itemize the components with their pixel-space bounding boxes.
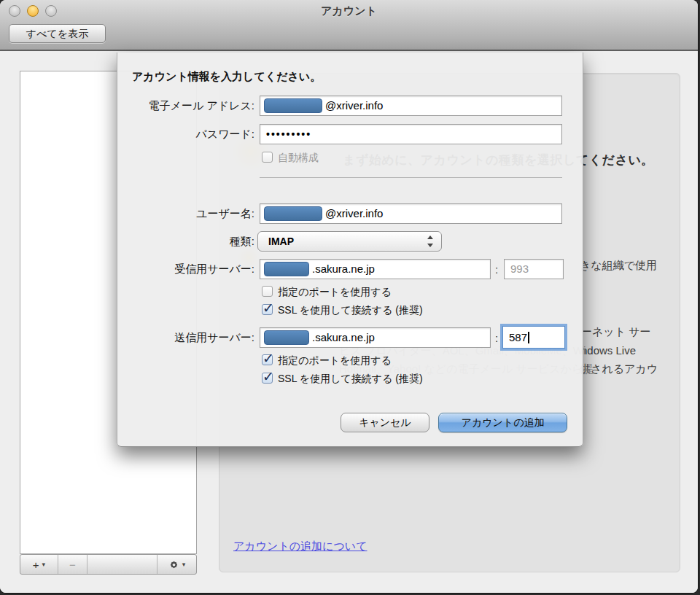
- add-account-button[interactable]: + ▾: [20, 555, 58, 574]
- outgoing-use-port-checkbox[interactable]: ✓: [262, 354, 273, 365]
- outgoing-ssl-checkbox[interactable]: ✓: [262, 373, 273, 384]
- outgoing-port-field[interactable]: 587: [502, 326, 565, 349]
- redacted-value: [264, 262, 309, 276]
- auto-configure-label: 自動構成: [278, 152, 319, 164]
- email-description-fragment: ndows Live: [581, 344, 636, 357]
- outgoing-port-value: 587: [509, 327, 529, 348]
- email-field[interactable]: @xriver.info: [260, 96, 562, 116]
- sheet-title: アカウント情報を入力してください。: [132, 70, 321, 84]
- incoming-server-field[interactable]: .sakura.ne.jp: [260, 259, 491, 279]
- auto-configure-checkbox[interactable]: [262, 152, 273, 163]
- password-label: パスワード:: [117, 124, 254, 144]
- account-info-sheet: アカウント情報を入力してください。 電子メール アドレス: @xriver.in…: [117, 52, 583, 447]
- port-colon: :: [495, 332, 498, 344]
- incoming-port-field[interactable]: 993: [504, 259, 564, 279]
- accounts-content: + ▾ − ▾ まず始めに、アカウントの種類を選択してくださ: [0, 52, 698, 593]
- cancel-button[interactable]: キャンセル: [341, 413, 429, 432]
- email-label: 電子メール アドレス:: [117, 96, 254, 116]
- stepper-icon: [427, 235, 434, 248]
- window-header: アカウント すべてを表示: [0, 0, 698, 51]
- exchange-description-fragment: きな組織で使用: [580, 259, 657, 273]
- incoming-port-value: 993: [510, 260, 529, 279]
- incoming-server-label: 受信用サーバー:: [117, 259, 254, 279]
- minus-icon: −: [69, 559, 76, 571]
- plus-icon: +: [33, 559, 39, 571]
- password-value: •••••••••: [266, 125, 311, 144]
- check-icon: ✓: [262, 368, 274, 385]
- about-adding-accounts-link[interactable]: アカウントの追加について: [233, 540, 368, 553]
- incoming-ssl-checkbox[interactable]: ✓: [262, 304, 273, 315]
- outgoing-server-value: .sakura.ne.jp: [312, 328, 375, 347]
- account-type-popup[interactable]: IMAP: [257, 231, 442, 252]
- incoming-server-value: .sakura.ne.jp: [312, 260, 375, 279]
- type-label: 種類:: [117, 231, 254, 252]
- username-field[interactable]: @xriver.info: [260, 203, 562, 224]
- accounts-window: アカウント すべてを表示 + ▾ − ▾: [0, 0, 698, 593]
- outgoing-server-label: 送信用サーバー:: [117, 327, 254, 348]
- check-icon: ✓: [262, 350, 274, 367]
- chevron-down-icon: ▾: [182, 561, 186, 568]
- toolbar-spacer: [88, 555, 157, 574]
- incoming-ssl-label: SSL を使用して接続する (推奨): [278, 304, 423, 316]
- redacted-value: [264, 330, 309, 345]
- window-title: アカウント: [0, 4, 698, 18]
- incoming-use-port-label: 指定のポートを使用する: [278, 286, 392, 298]
- port-colon: :: [495, 263, 498, 276]
- section-divider: [260, 177, 562, 178]
- type-value: IMAP: [268, 232, 294, 251]
- email-value: @xriver.info: [325, 96, 383, 115]
- username-value: @xriver.info: [325, 204, 383, 223]
- password-field[interactable]: •••••••••: [260, 124, 562, 144]
- check-icon: ✓: [262, 300, 274, 316]
- remove-account-button[interactable]: −: [58, 555, 88, 574]
- text-caret: [528, 332, 529, 343]
- account-actions-button[interactable]: ▾: [157, 555, 196, 574]
- gear-icon: [168, 559, 179, 570]
- accounts-list-toolbar: + ▾ − ▾: [20, 554, 197, 575]
- email-description-fragment: ーネット サー: [581, 325, 651, 339]
- username-label: ユーザー名:: [117, 203, 254, 224]
- add-account-submit-button[interactable]: アカウントの追加: [438, 413, 567, 432]
- chevron-down-icon: ▾: [42, 561, 46, 568]
- outgoing-use-port-label: 指定のポートを使用する: [278, 354, 392, 367]
- redacted-value: [264, 206, 322, 221]
- redacted-value: [264, 98, 322, 113]
- outgoing-ssl-label: SSL を使用して接続する (推奨): [278, 373, 423, 385]
- show-all-button[interactable]: すべてを表示: [9, 24, 106, 43]
- outgoing-server-field[interactable]: .sakura.ne.jp: [260, 327, 491, 348]
- incoming-use-port-checkbox[interactable]: [262, 286, 273, 297]
